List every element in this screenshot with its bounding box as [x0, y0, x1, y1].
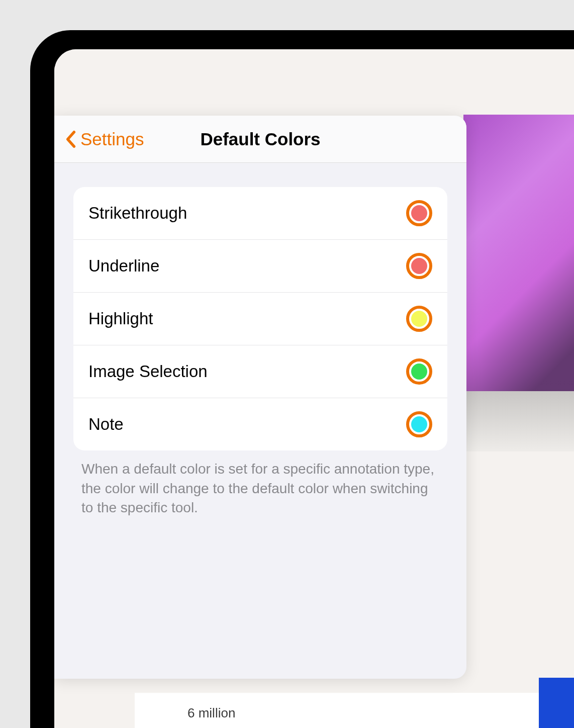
color-swatch[interactable] — [406, 306, 432, 332]
chart-tick-label: 6 million — [187, 705, 235, 721]
background-image — [463, 115, 574, 436]
color-swatch[interactable] — [406, 411, 432, 437]
row-label: Image Selection — [88, 362, 208, 381]
settings-popover: Settings Default Colors Strikethrough Un… — [54, 116, 466, 679]
row-image-selection[interactable]: Image Selection — [73, 345, 447, 398]
popover-header: Settings Default Colors — [54, 116, 466, 163]
chevron-left-icon — [63, 130, 78, 149]
list-footer-text: When a default color is set for a specif… — [54, 450, 466, 518]
chart-bar — [539, 678, 574, 728]
row-label: Note — [88, 415, 124, 434]
row-label: Underline — [88, 256, 159, 276]
row-label: Strikethrough — [88, 204, 187, 223]
color-swatch[interactable] — [406, 200, 432, 226]
popover-back-button[interactable]: Settings — [54, 129, 144, 149]
color-list: Strikethrough Underline Highlight Image … — [73, 187, 447, 450]
popover-back-label: Settings — [80, 129, 144, 149]
row-label: Highlight — [88, 309, 153, 328]
row-underline[interactable]: Underline — [73, 239, 447, 292]
row-note[interactable]: Note — [73, 398, 447, 450]
color-swatch[interactable] — [406, 358, 432, 385]
color-swatch[interactable] — [406, 253, 432, 279]
background-image-floor — [463, 391, 574, 451]
row-highlight[interactable]: Highlight — [73, 292, 447, 345]
row-strikethrough[interactable]: Strikethrough — [73, 187, 447, 239]
popover-title: Default Colors — [200, 129, 320, 149]
